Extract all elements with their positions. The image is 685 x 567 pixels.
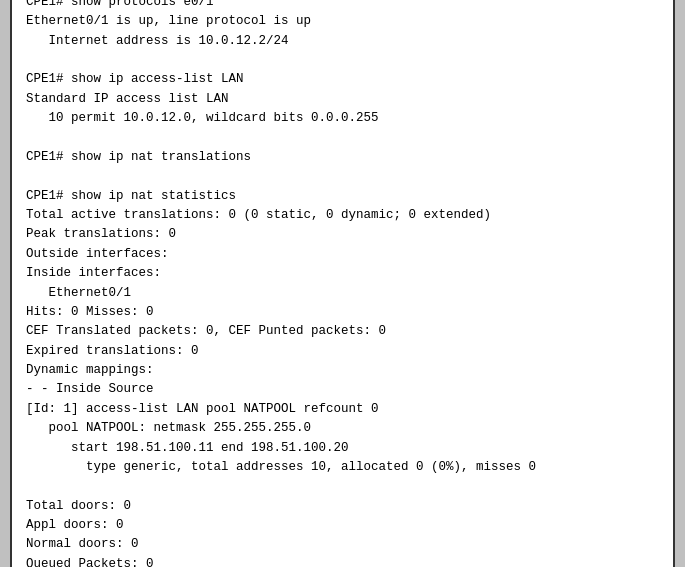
terminal-output: CPE1# show protocols e0/1 Ethernet0/1 is…	[26, 0, 659, 567]
terminal-window: CPE1# show protocols e0/1 Ethernet0/1 is…	[10, 0, 675, 567]
